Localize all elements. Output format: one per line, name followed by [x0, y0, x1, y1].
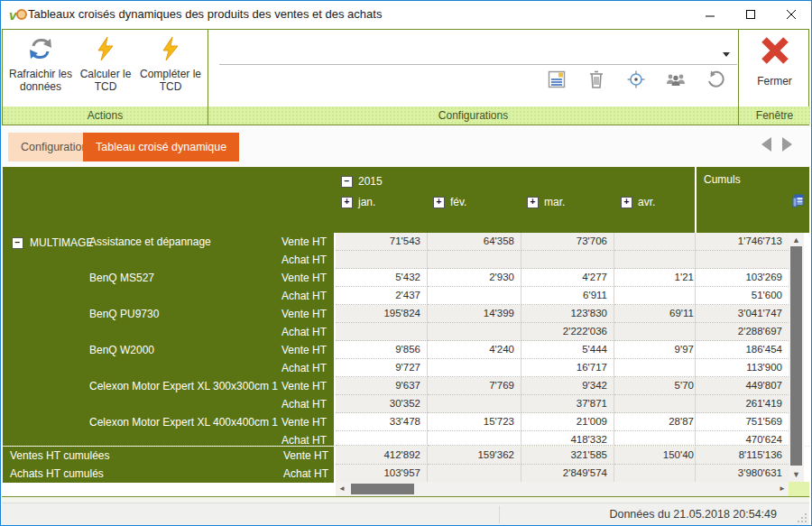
cell[interactable]: 9'342 — [521, 377, 614, 395]
cell[interactable]: 64'358 — [428, 233, 521, 251]
minimize-button[interactable] — [689, 1, 730, 27]
cell[interactable]: 2'222'036 — [521, 323, 614, 341]
save-configuration-button[interactable] — [547, 69, 567, 89]
cell[interactable]: 470'624 — [696, 431, 789, 446]
cell[interactable] — [614, 359, 696, 377]
cell[interactable]: 9'727 — [336, 359, 428, 377]
cell[interactable] — [614, 323, 696, 341]
cell[interactable]: 186'454 — [696, 341, 789, 359]
scroll-right-icon[interactable]: ► — [776, 484, 789, 494]
cell[interactable] — [336, 251, 428, 269]
cell[interactable]: 261'419 — [696, 395, 789, 413]
cell[interactable] — [428, 465, 521, 483]
cell[interactable]: 30'352 — [336, 395, 428, 413]
cell[interactable]: 195'824 — [336, 305, 428, 323]
refresh-data-button[interactable]: Rafraichir les données — [8, 33, 73, 104]
delete-configuration-button[interactable] — [586, 69, 606, 89]
scroll-down-icon[interactable]: ▼ — [789, 469, 804, 480]
cell[interactable]: 16'717 — [521, 359, 614, 377]
cell[interactable] — [428, 251, 521, 269]
expand-month-toggle[interactable]: + — [433, 197, 445, 208]
cell[interactable]: 28'87 — [614, 413, 696, 431]
cell[interactable] — [428, 323, 521, 341]
cell[interactable]: 2'849'574 — [521, 465, 614, 483]
cell[interactable]: 7'769 — [428, 377, 521, 395]
calculate-tcd-button[interactable]: Calculer le TCD — [73, 33, 138, 104]
product-label[interactable]: BenQ PU9730 — [89, 305, 278, 323]
cell[interactable] — [614, 395, 696, 413]
cell[interactable]: 150'40 — [614, 447, 696, 465]
nav-next-button[interactable] — [780, 135, 795, 157]
cell[interactable]: 159'362 — [428, 447, 521, 465]
cell[interactable]: 4'277 — [521, 269, 614, 287]
cell[interactable]: 1'746'713 — [696, 233, 789, 251]
cell[interactable]: 418'332 — [521, 431, 614, 446]
nav-previous-button[interactable] — [759, 135, 773, 157]
expand-month-toggle[interactable]: + — [621, 197, 632, 208]
vertical-scrollbar-thumb[interactable] — [790, 246, 802, 466]
complete-tcd-button[interactable]: Compléter le TCD — [138, 33, 203, 104]
tab-pivot-table[interactable]: Tableau croisé dynamique — [83, 133, 239, 161]
configuration-dropdown[interactable] — [219, 42, 737, 65]
fermer-button[interactable]: Fermer — [739, 33, 810, 88]
cell[interactable]: 1'21 — [614, 269, 696, 287]
cell[interactable]: 5'70 — [614, 377, 696, 395]
cell[interactable]: 6'911 — [521, 287, 614, 305]
cell[interactable]: 103'269 — [696, 269, 789, 287]
cell[interactable]: 412'892 — [336, 447, 428, 465]
cell[interactable] — [428, 431, 521, 446]
cell[interactable] — [521, 251, 614, 269]
horizontal-scrollbar-thumb[interactable] — [351, 484, 414, 494]
cell[interactable] — [336, 431, 428, 446]
product-label[interactable]: BenQ MS527 — [89, 269, 278, 287]
cell[interactable] — [614, 251, 696, 269]
expand-month-toggle[interactable]: + — [341, 197, 353, 208]
cell[interactable] — [428, 287, 521, 305]
cell[interactable]: 321'585 — [521, 447, 614, 465]
cumuls-table-button[interactable] — [792, 194, 804, 208]
cell[interactable]: 751'569 — [696, 413, 789, 431]
cell[interactable] — [614, 287, 696, 305]
cell[interactable]: 8'115'136 — [696, 447, 789, 465]
users-configuration-button[interactable] — [666, 69, 686, 89]
cell[interactable]: 73'706 — [521, 233, 614, 251]
cell[interactable]: 3'041'747 — [696, 305, 789, 323]
target-configuration-button[interactable] — [626, 69, 646, 89]
cell[interactable]: 2'288'697 — [696, 323, 789, 341]
expand-month-toggle[interactable]: + — [527, 197, 539, 208]
cell[interactable]: 71'543 — [336, 233, 428, 251]
cell[interactable]: 37'871 — [521, 395, 614, 413]
cell[interactable]: 33'478 — [336, 413, 428, 431]
cell[interactable]: 103'957 — [336, 465, 428, 483]
cell[interactable] — [614, 465, 696, 483]
scroll-up-icon[interactable]: ▲ — [789, 235, 804, 245]
horizontal-scrollbar[interactable]: ◄ ► — [336, 482, 789, 496]
close-window-button[interactable] — [770, 1, 811, 27]
product-label[interactable]: BenQ W2000 — [89, 341, 278, 359]
cell[interactable]: 14'399 — [428, 305, 521, 323]
cell[interactable]: 9'637 — [336, 377, 428, 395]
product-label[interactable]: Assistance et dépannage — [89, 233, 278, 251]
cell[interactable]: 15'723 — [428, 413, 521, 431]
cell[interactable]: 113'900 — [696, 359, 789, 377]
cell[interactable] — [696, 251, 789, 269]
cell[interactable]: 4'240 — [428, 341, 521, 359]
cell[interactable] — [428, 359, 521, 377]
cell[interactable] — [614, 233, 696, 251]
vertical-scrollbar[interactable]: ▲ ▼ — [789, 233, 804, 482]
cell[interactable]: 3'980'631 — [696, 465, 789, 483]
collapse-year-toggle[interactable]: − — [341, 176, 353, 188]
undo-configuration-button[interactable] — [706, 69, 725, 89]
cell[interactable]: 5'444 — [521, 341, 614, 359]
resize-grip[interactable] — [797, 512, 807, 523]
cell[interactable]: 9'856 — [336, 341, 428, 359]
cell[interactable] — [614, 431, 696, 446]
cell[interactable]: 123'830 — [521, 305, 614, 323]
collapse-group-toggle[interactable]: − — [12, 237, 23, 249]
scroll-left-icon[interactable]: ◄ — [336, 484, 348, 494]
cell[interactable]: 2'930 — [428, 269, 521, 287]
cell[interactable]: 9'97 — [614, 341, 696, 359]
cell[interactable]: 51'600 — [696, 287, 789, 305]
cell[interactable]: 449'807 — [696, 377, 789, 395]
cell[interactable] — [428, 395, 521, 413]
